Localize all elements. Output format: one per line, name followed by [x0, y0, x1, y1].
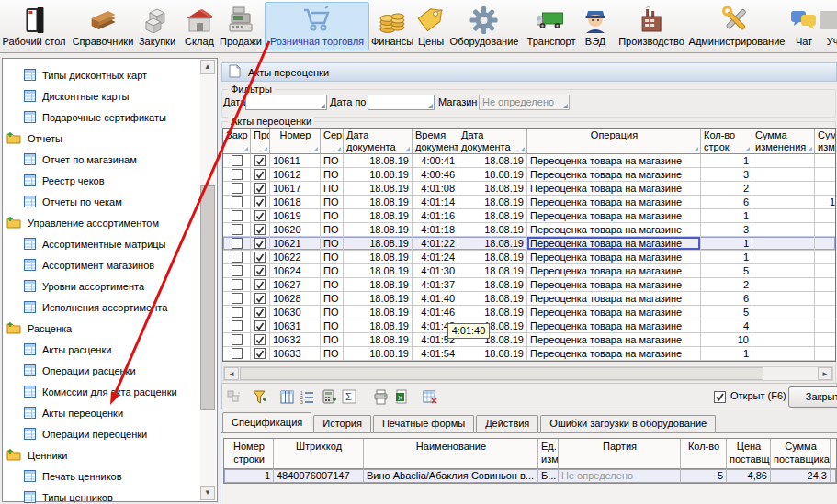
closed-checkbox[interactable] [232, 196, 243, 207]
sidebar-item[interactable]: Комиссии для акта расценки [24, 384, 177, 400]
hscrollbar-thumb[interactable] [240, 367, 763, 380]
series-cell[interactable]: ПО [321, 319, 344, 332]
operation-cell[interactable]: Переоценка товара на магазине [527, 154, 701, 167]
spec-markup-cell[interactable] [831, 469, 837, 483]
number-cell[interactable]: 10618 [270, 196, 321, 208]
open-checkbox[interactable] [714, 391, 726, 403]
sum-cell[interactable] [752, 154, 815, 167]
lines-count-cell[interactable]: 2 [701, 278, 752, 291]
number-cell[interactable]: 10631 [270, 319, 321, 332]
sidebar-item[interactable]: Отчеты по чекам [24, 194, 122, 210]
closed-checkbox[interactable] [232, 334, 243, 345]
column-header[interactable]: Пров [251, 129, 270, 154]
lines-count-cell[interactable]: 6 [701, 292, 752, 305]
closed-checkbox[interactable] [232, 252, 243, 263]
lines-count-cell[interactable]: 1 [701, 154, 752, 167]
table-row[interactable]: 10612ПО18.08.194:00:4618.08.19Переоценка… [223, 168, 835, 182]
sidebar-item[interactable]: Типы ценников [24, 489, 113, 504]
closed-checkbox[interactable] [232, 307, 243, 318]
lines-count-cell[interactable]: 3 [701, 223, 752, 236]
lines-count-cell[interactable]: 3 [701, 168, 752, 181]
spec-batch-cell[interactable]: Не определено [559, 469, 681, 483]
sidebar-item[interactable]: Акты переоценки [24, 405, 123, 421]
closed-cell[interactable] [223, 264, 251, 277]
sigma-icon[interactable]: Σ [342, 389, 357, 405]
sum2-cell[interactable] [815, 278, 836, 291]
number-cell[interactable]: 10622 [270, 251, 321, 263]
toolbar-item-11[interactable]: ВЭД [574, 2, 616, 50]
closed-checkbox[interactable] [232, 320, 243, 331]
sidebar-item[interactable]: Ассортиментные матрицы [24, 236, 166, 252]
number-cell[interactable]: 10627 [270, 278, 321, 291]
sum-cell[interactable] [752, 251, 815, 263]
tab-2[interactable]: История [313, 415, 371, 432]
closed-cell[interactable] [223, 347, 251, 360]
lines-count-cell[interactable]: 4 [701, 319, 752, 332]
sum2-cell[interactable] [815, 319, 836, 332]
date-cell[interactable]: 18.08.19 [344, 209, 413, 222]
series-cell[interactable]: ПО [321, 154, 344, 167]
excel-icon[interactable]: X [395, 389, 411, 405]
approved-checkbox[interactable] [254, 320, 266, 331]
toolbar-item-5[interactable]: Продажи [214, 2, 267, 50]
scroll-left-icon[interactable]: ◄ [224, 367, 239, 380]
column-header[interactable]: Времядокумента [413, 129, 458, 154]
operation-cell[interactable]: Переоценка товара на магазине [527, 264, 701, 277]
tab-5[interactable]: Ошибки загрузки в оборудование [540, 415, 716, 432]
sum-cell[interactable] [752, 319, 815, 332]
toolbar-item-12[interactable]: Производство [613, 2, 690, 50]
spec-column-header[interactable]: Ценапоставщика [727, 439, 771, 469]
approved-cell[interactable] [251, 264, 270, 277]
closed-checkbox[interactable] [232, 183, 243, 194]
time-cell[interactable]: 4:01:24 [413, 251, 458, 263]
lines-count-cell[interactable]: 1 [701, 209, 752, 222]
spec-column-header[interactable]: Суммапоставщика [771, 439, 831, 469]
date-cell[interactable]: 18.08.19 [344, 251, 413, 263]
approved-checkbox[interactable] [254, 155, 266, 166]
column-header[interactable]: Кол-вострок [701, 129, 752, 154]
approved-checkbox[interactable] [254, 224, 266, 235]
date2-cell[interactable]: 18.08.19 [458, 223, 527, 236]
number-cell[interactable]: 10630 [270, 306, 321, 319]
close-button[interactable]: Закрыть [788, 386, 837, 408]
time-cell[interactable]: 4:01:37 [413, 278, 458, 291]
approved-cell[interactable] [251, 182, 270, 195]
time-cell[interactable]: 4:01:14 [413, 196, 458, 208]
closed-cell[interactable] [223, 278, 251, 291]
spec-column-header[interactable]: Наименование [364, 439, 538, 469]
sum2-cell[interactable] [815, 237, 836, 250]
approved-cell[interactable] [251, 209, 270, 222]
time-cell[interactable]: 4:01:30 [413, 264, 458, 277]
approved-checkbox[interactable] [254, 238, 266, 249]
date2-cell[interactable]: 18.08.19 [458, 306, 527, 319]
time-cell[interactable]: 4:00:46 [413, 168, 458, 181]
sidebar-item[interactable]: Отчеты [6, 130, 62, 147]
table-row[interactable]: 10618ПО18.08.194:01:1418.08.19Переоценка… [223, 196, 835, 209]
approved-checkbox[interactable] [254, 348, 266, 359]
approved-checkbox[interactable] [254, 265, 266, 276]
spec-qty-cell[interactable]: 5 [681, 469, 727, 483]
column-header[interactable]: Операция [527, 129, 701, 154]
lines-count-cell[interactable]: 1 [701, 347, 752, 360]
approved-cell[interactable] [251, 333, 270, 346]
time-cell[interactable]: 4:01:54 [413, 347, 458, 360]
scroll-up-icon[interactable]: ▲ [200, 60, 215, 74]
series-cell[interactable]: ПО [321, 278, 344, 291]
operation-cell[interactable]: Переоценка товара на магазине [527, 306, 701, 319]
sidebar-item[interactable]: Ценники [6, 447, 68, 464]
table-row[interactable]: 10620ПО18.08.194:01:1818.08.19Переоценка… [223, 223, 835, 237]
series-cell[interactable]: ПО [321, 196, 344, 208]
closed-checkbox[interactable] [232, 348, 243, 359]
time-cell[interactable]: 4:01:40 [413, 292, 458, 305]
number-cell[interactable]: 10612 [270, 168, 321, 181]
series-cell[interactable]: ПО [321, 347, 344, 360]
spec-column-header[interactable]: Кол-во [681, 439, 727, 469]
table-row[interactable]: 10622ПО18.08.194:01:2418.08.19Переоценка… [223, 251, 835, 264]
sum-cell[interactable] [752, 333, 815, 346]
sidebar-item[interactable]: Исполнения ассортимента [24, 299, 167, 316]
date2-cell[interactable]: 18.08.19 [458, 347, 527, 360]
approved-checkbox[interactable] [254, 210, 266, 221]
sum2-cell[interactable] [815, 264, 836, 277]
number-cell[interactable]: 10620 [270, 223, 321, 236]
approved-cell[interactable] [251, 168, 270, 181]
